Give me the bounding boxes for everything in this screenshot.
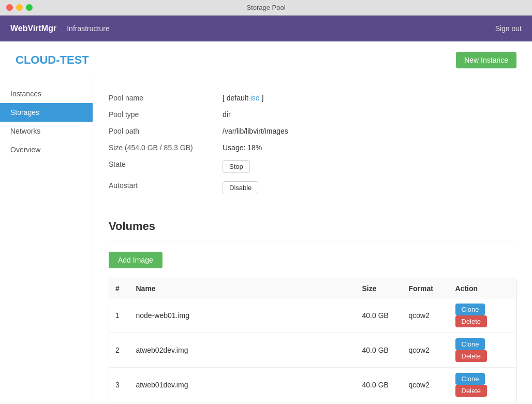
- table-row: 3 atweb01dev.img 40.0 GB qcow2 Clone Del…: [109, 368, 516, 402]
- cell-format: qcow2: [403, 333, 449, 368]
- pool-path-value: /var/lib/libvirt/images: [223, 123, 516, 139]
- col-header-format: Format: [403, 279, 449, 298]
- volumes-title: Volumes: [109, 220, 516, 233]
- page-header: CLOUD-TEST New Instance: [0, 41, 532, 79]
- cell-size: 40.0 GB: [356, 333, 403, 368]
- pool-size-value: Usage: 18%: [223, 139, 516, 156]
- table-row: 4 atlbdev.img 40.0 GB qcow2 Clone Delete: [109, 402, 516, 405]
- pool-type-value: dir: [223, 106, 516, 123]
- cell-num: 3: [109, 368, 130, 402]
- brand-label[interactable]: WebVirtMgr: [10, 24, 56, 33]
- cell-action: Clone Delete: [449, 402, 516, 405]
- cell-action: Clone Delete: [449, 298, 516, 333]
- delete-button[interactable]: Delete: [455, 385, 487, 397]
- volumes-divider: [109, 241, 516, 241]
- cell-action: Clone Delete: [449, 368, 516, 402]
- clone-button[interactable]: Clone: [455, 338, 485, 350]
- volumes-tbody: 1 node-web01.img 40.0 GB qcow2 Clone Del…: [109, 298, 516, 405]
- cell-format: qcow2: [403, 368, 449, 402]
- cell-size: 40.0 GB: [356, 368, 403, 402]
- pool-state-value: Stop: [223, 156, 516, 177]
- cell-format: qcow2: [403, 298, 449, 333]
- pool-info-grid: Pool name [ default iso ] Pool type dir …: [109, 90, 516, 198]
- minimize-button[interactable]: [16, 4, 23, 11]
- window-title: Storage Pool: [246, 4, 285, 11]
- cell-format: qcow2: [403, 402, 449, 405]
- sidebar-item-overview[interactable]: Overview: [0, 140, 93, 159]
- new-instance-button[interactable]: New Instance: [456, 52, 516, 68]
- col-header-name: Name: [130, 279, 356, 298]
- pool-autostart-label: Autostart: [109, 177, 223, 198]
- infrastructure-link[interactable]: Infrastructure: [67, 24, 109, 33]
- col-header-size: Size: [356, 279, 403, 298]
- cell-size: 40.0 GB: [356, 298, 403, 333]
- delete-button[interactable]: Delete: [455, 350, 487, 362]
- volumes-table: # Name Size Format Action 1 node-web01.i…: [109, 279, 516, 404]
- cell-action: Clone Delete: [449, 333, 516, 368]
- close-button[interactable]: [6, 4, 13, 11]
- delete-button[interactable]: Delete: [455, 315, 487, 327]
- pool-state-label: State: [109, 156, 223, 177]
- pool-path-label: Pool path: [109, 123, 223, 139]
- pool-type-label: Pool type: [109, 106, 223, 123]
- table-head: # Name Size Format Action: [109, 279, 516, 298]
- section-divider: [109, 209, 516, 209]
- cell-num: 4: [109, 402, 130, 405]
- table-header-row: # Name Size Format Action: [109, 279, 516, 298]
- page: CLOUD-TEST New Instance Instances Storag…: [0, 41, 532, 404]
- disable-button[interactable]: Disable: [223, 181, 258, 194]
- page-title: CLOUD-TEST: [16, 53, 89, 67]
- sidebar-item-networks[interactable]: Networks: [0, 122, 93, 140]
- clone-button[interactable]: Clone: [455, 304, 485, 315]
- cell-name: atweb01dev.img: [130, 368, 356, 402]
- signout-link[interactable]: Sign out: [495, 24, 522, 33]
- stop-button[interactable]: Stop: [223, 160, 250, 173]
- cell-name: node-web01.img: [130, 298, 356, 333]
- clone-button[interactable]: Clone: [455, 373, 485, 385]
- pool-size-label: Size (454.0 GB / 85.3 GB): [109, 139, 223, 156]
- table-row: 1 node-web01.img 40.0 GB qcow2 Clone Del…: [109, 298, 516, 333]
- pool-name-label: Pool name: [109, 90, 223, 106]
- main-layout: Instances Storages Networks Overview Poo…: [0, 79, 532, 404]
- sidebar-item-instances[interactable]: Instances: [0, 84, 93, 103]
- col-header-num: #: [109, 279, 130, 298]
- add-image-button[interactable]: Add Image: [109, 252, 162, 268]
- pool-autostart-value: Disable: [223, 177, 516, 198]
- window-controls: [6, 4, 33, 11]
- table-row: 2 atweb02dev.img 40.0 GB qcow2 Clone Del…: [109, 333, 516, 368]
- window-chrome: Storage Pool: [0, 0, 532, 16]
- cell-num: 1: [109, 298, 130, 333]
- sidebar-item-storages[interactable]: Storages: [0, 103, 93, 122]
- cell-name: atlbdev.img: [130, 402, 356, 405]
- maximize-button[interactable]: [26, 4, 33, 11]
- content-area: Pool name [ default iso ] Pool type dir …: [93, 79, 532, 404]
- cell-name: atweb02dev.img: [130, 333, 356, 368]
- sidebar: Instances Storages Networks Overview: [0, 79, 93, 404]
- cell-size: 40.0 GB: [356, 402, 403, 405]
- cell-num: 2: [109, 333, 130, 368]
- col-header-action: Action: [449, 279, 516, 298]
- pool-name-link[interactable]: iso: [250, 94, 260, 102]
- top-nav: WebVirtMgr Infrastructure Sign out: [0, 16, 532, 41]
- pool-name-value: [ default iso ]: [223, 90, 516, 106]
